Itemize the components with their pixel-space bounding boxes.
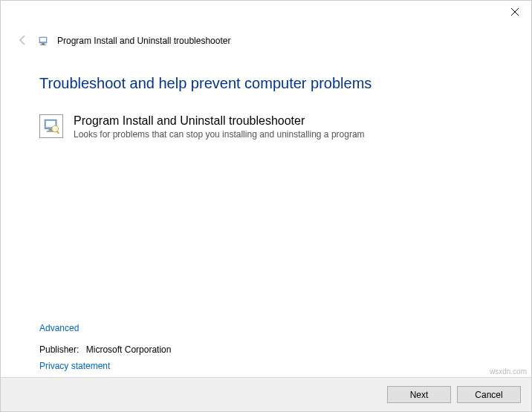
header-row: Program Install and Uninstall troublesho… xyxy=(1,23,531,54)
svg-rect-4 xyxy=(42,43,45,45)
advanced-link[interactable]: Advanced xyxy=(39,323,79,333)
cancel-button[interactable]: Cancel xyxy=(457,386,521,403)
troubleshooter-app-icon xyxy=(38,35,50,47)
troubleshooter-item-description: Looks for problems that can stop you ins… xyxy=(74,129,365,140)
svg-rect-11 xyxy=(56,131,59,134)
titlebar xyxy=(1,1,531,23)
page-heading: Troubleshoot and help prevent computer p… xyxy=(39,75,493,92)
window-title: Program Install and Uninstall troublesho… xyxy=(57,36,230,46)
publisher-row: Publisher: Microsoft Corporation xyxy=(39,344,171,355)
troubleshooter-item-title: Program Install and Uninstall troublesho… xyxy=(74,114,365,128)
watermark: wsxdn.com xyxy=(490,367,527,376)
next-button[interactable]: Next xyxy=(387,386,451,403)
button-bar: Next Cancel xyxy=(1,377,531,411)
troubleshooter-item: Program Install and Uninstall troublesho… xyxy=(39,114,493,140)
privacy-link-row: Privacy statement xyxy=(39,361,110,371)
svg-rect-5 xyxy=(40,45,46,45)
privacy-statement-link[interactable]: Privacy statement xyxy=(39,361,110,371)
content-area: Troubleshoot and help prevent computer p… xyxy=(1,54,531,140)
troubleshooter-item-icon xyxy=(39,114,63,138)
advanced-link-row: Advanced xyxy=(39,323,79,333)
back-arrow-icon xyxy=(17,34,29,48)
troubleshooter-item-text: Program Install and Uninstall troublesho… xyxy=(74,114,365,140)
publisher-label: Publisher: xyxy=(39,344,79,355)
close-icon xyxy=(511,7,519,18)
back-button xyxy=(16,33,30,48)
close-button[interactable] xyxy=(498,1,531,23)
svg-rect-3 xyxy=(40,38,46,42)
publisher-value: Microsoft Corporation xyxy=(86,344,172,355)
